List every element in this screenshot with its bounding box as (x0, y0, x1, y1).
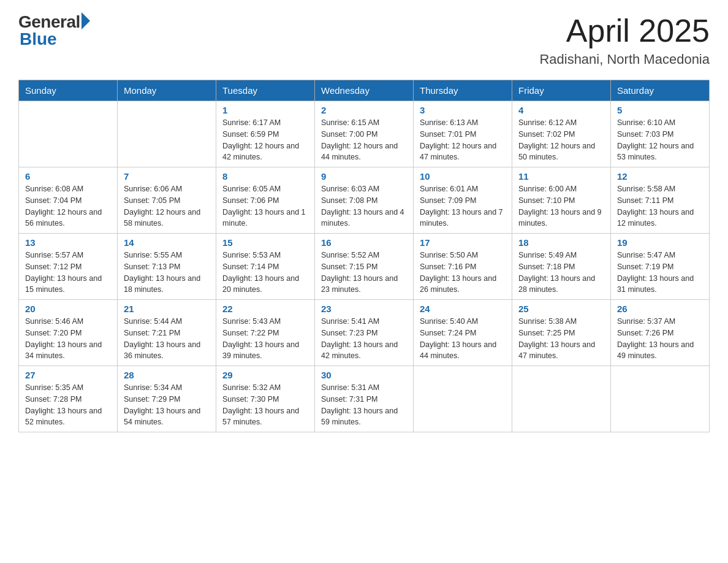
day-info: Sunrise: 6:15 AMSunset: 7:00 PMDaylight:… (321, 117, 407, 163)
calendar-cell (118, 101, 216, 167)
calendar-cell: 8Sunrise: 6:05 AMSunset: 7:06 PMDaylight… (216, 167, 315, 234)
day-number: 4 (518, 105, 604, 115)
day-info: Sunrise: 5:52 AMSunset: 7:15 PMDaylight:… (321, 250, 407, 296)
day-number: 3 (420, 105, 506, 115)
day-number: 2 (321, 105, 407, 115)
calendar-cell: 9Sunrise: 6:03 AMSunset: 7:08 PMDaylight… (315, 167, 414, 234)
calendar-cell: 29Sunrise: 5:32 AMSunset: 7:30 PMDayligh… (216, 366, 315, 432)
calendar-cell: 6Sunrise: 6:08 AMSunset: 7:04 PMDaylight… (19, 167, 118, 234)
day-info: Sunrise: 5:41 AMSunset: 7:23 PMDaylight:… (321, 316, 407, 362)
day-number: 17 (420, 237, 506, 248)
day-info: Sunrise: 6:13 AMSunset: 7:01 PMDaylight:… (420, 117, 506, 163)
day-info: Sunrise: 5:35 AMSunset: 7:28 PMDaylight:… (25, 382, 111, 428)
day-number: 8 (222, 171, 308, 182)
calendar-cell: 18Sunrise: 5:49 AMSunset: 7:18 PMDayligh… (512, 234, 611, 300)
day-number: 26 (617, 304, 703, 314)
calendar-cell: 16Sunrise: 5:52 AMSunset: 7:15 PMDayligh… (315, 234, 414, 300)
calendar-cell (611, 366, 710, 432)
day-number: 13 (25, 237, 111, 248)
calendar-cell: 23Sunrise: 5:41 AMSunset: 7:23 PMDayligh… (315, 300, 414, 366)
day-info: Sunrise: 5:37 AMSunset: 7:26 PMDaylight:… (617, 316, 703, 362)
calendar-cell: 2Sunrise: 6:15 AMSunset: 7:00 PMDaylight… (315, 101, 414, 167)
logo-arrow-icon (82, 12, 90, 29)
calendar-cell: 25Sunrise: 5:38 AMSunset: 7:25 PMDayligh… (512, 300, 611, 366)
calendar-week-row: 13Sunrise: 5:57 AMSunset: 7:12 PMDayligh… (19, 234, 710, 300)
calendar-cell: 13Sunrise: 5:57 AMSunset: 7:12 PMDayligh… (19, 234, 118, 300)
day-info: Sunrise: 5:49 AMSunset: 7:18 PMDaylight:… (518, 250, 604, 296)
day-info: Sunrise: 5:43 AMSunset: 7:22 PMDaylight:… (222, 316, 308, 362)
day-info: Sunrise: 5:31 AMSunset: 7:31 PMDaylight:… (321, 382, 407, 428)
day-number: 27 (25, 370, 111, 380)
day-number: 25 (518, 304, 604, 314)
day-info: Sunrise: 5:40 AMSunset: 7:24 PMDaylight:… (420, 316, 506, 362)
day-number: 23 (321, 304, 407, 314)
calendar-cell: 10Sunrise: 6:01 AMSunset: 7:09 PMDayligh… (414, 167, 512, 234)
day-number: 5 (617, 105, 703, 115)
day-info: Sunrise: 6:12 AMSunset: 7:02 PMDaylight:… (518, 117, 604, 163)
day-number: 24 (420, 304, 506, 314)
day-info: Sunrise: 5:57 AMSunset: 7:12 PMDaylight:… (25, 250, 111, 296)
weekday-header-wednesday: Wednesday (315, 80, 414, 101)
weekday-header-tuesday: Tuesday (216, 80, 315, 101)
day-number: 6 (25, 171, 111, 182)
logo-blue-text: Blue (18, 29, 57, 49)
day-number: 21 (124, 304, 210, 314)
calendar-cell: 7Sunrise: 6:06 AMSunset: 7:05 PMDaylight… (118, 167, 216, 234)
calendar-week-row: 20Sunrise: 5:46 AMSunset: 7:20 PMDayligh… (19, 300, 710, 366)
day-info: Sunrise: 5:44 AMSunset: 7:21 PMDaylight:… (124, 316, 210, 362)
page-subtitle: Radishani, North Macedonia (539, 52, 710, 67)
calendar-cell: 28Sunrise: 5:34 AMSunset: 7:29 PMDayligh… (118, 366, 216, 432)
day-number: 18 (518, 237, 604, 248)
calendar-cell: 11Sunrise: 6:00 AMSunset: 7:10 PMDayligh… (512, 167, 611, 234)
calendar-cell: 19Sunrise: 5:47 AMSunset: 7:19 PMDayligh… (611, 234, 710, 300)
day-info: Sunrise: 6:00 AMSunset: 7:10 PMDaylight:… (518, 183, 604, 229)
day-info: Sunrise: 5:47 AMSunset: 7:19 PMDaylight:… (617, 250, 703, 296)
weekday-header-row: SundayMondayTuesdayWednesdayThursdayFrid… (19, 80, 710, 101)
day-number: 28 (124, 370, 210, 380)
calendar-cell: 4Sunrise: 6:12 AMSunset: 7:02 PMDaylight… (512, 101, 611, 167)
header: General Blue April 2025 Radishani, North… (18, 12, 710, 67)
calendar-cell: 1Sunrise: 6:17 AMSunset: 6:59 PMDaylight… (216, 101, 315, 167)
day-info: Sunrise: 6:05 AMSunset: 7:06 PMDaylight:… (222, 183, 308, 229)
day-info: Sunrise: 5:50 AMSunset: 7:16 PMDaylight:… (420, 250, 506, 296)
day-number: 14 (124, 237, 210, 248)
day-info: Sunrise: 5:53 AMSunset: 7:14 PMDaylight:… (222, 250, 308, 296)
day-number: 29 (222, 370, 308, 380)
day-info: Sunrise: 5:55 AMSunset: 7:13 PMDaylight:… (124, 250, 210, 296)
day-number: 15 (222, 237, 308, 248)
day-info: Sunrise: 5:34 AMSunset: 7:29 PMDaylight:… (124, 382, 210, 428)
day-info: Sunrise: 6:03 AMSunset: 7:08 PMDaylight:… (321, 183, 407, 229)
day-number: 11 (518, 171, 604, 182)
calendar-cell (512, 366, 611, 432)
day-number: 22 (222, 304, 308, 314)
calendar-table: SundayMondayTuesdayWednesdayThursdayFrid… (18, 80, 710, 432)
day-number: 10 (420, 171, 506, 182)
weekday-header-saturday: Saturday (611, 80, 710, 101)
day-info: Sunrise: 6:08 AMSunset: 7:04 PMDaylight:… (25, 183, 111, 229)
calendar-cell: 21Sunrise: 5:44 AMSunset: 7:21 PMDayligh… (118, 300, 216, 366)
day-info: Sunrise: 5:46 AMSunset: 7:20 PMDaylight:… (25, 316, 111, 362)
calendar-cell: 14Sunrise: 5:55 AMSunset: 7:13 PMDayligh… (118, 234, 216, 300)
day-info: Sunrise: 5:32 AMSunset: 7:30 PMDaylight:… (222, 382, 308, 428)
calendar-cell: 24Sunrise: 5:40 AMSunset: 7:24 PMDayligh… (414, 300, 512, 366)
logo: General Blue (18, 12, 90, 49)
calendar-cell: 27Sunrise: 5:35 AMSunset: 7:28 PMDayligh… (19, 366, 118, 432)
calendar-cell: 5Sunrise: 6:10 AMSunset: 7:03 PMDaylight… (611, 101, 710, 167)
calendar-week-row: 6Sunrise: 6:08 AMSunset: 7:04 PMDaylight… (19, 167, 710, 234)
day-number: 20 (25, 304, 111, 314)
day-info: Sunrise: 5:58 AMSunset: 7:11 PMDaylight:… (617, 183, 703, 229)
calendar-cell (19, 101, 118, 167)
calendar-week-row: 1Sunrise: 6:17 AMSunset: 6:59 PMDaylight… (19, 101, 710, 167)
weekday-header-thursday: Thursday (414, 80, 512, 101)
day-info: Sunrise: 6:17 AMSunset: 6:59 PMDaylight:… (222, 117, 308, 163)
day-number: 9 (321, 171, 407, 182)
weekday-header-sunday: Sunday (19, 80, 118, 101)
day-number: 16 (321, 237, 407, 248)
day-info: Sunrise: 6:01 AMSunset: 7:09 PMDaylight:… (420, 183, 506, 229)
calendar-cell: 17Sunrise: 5:50 AMSunset: 7:16 PMDayligh… (414, 234, 512, 300)
day-info: Sunrise: 6:06 AMSunset: 7:05 PMDaylight:… (124, 183, 210, 229)
calendar-cell: 15Sunrise: 5:53 AMSunset: 7:14 PMDayligh… (216, 234, 315, 300)
calendar-cell: 3Sunrise: 6:13 AMSunset: 7:01 PMDaylight… (414, 101, 512, 167)
calendar-cell: 26Sunrise: 5:37 AMSunset: 7:26 PMDayligh… (611, 300, 710, 366)
day-number: 19 (617, 237, 703, 248)
